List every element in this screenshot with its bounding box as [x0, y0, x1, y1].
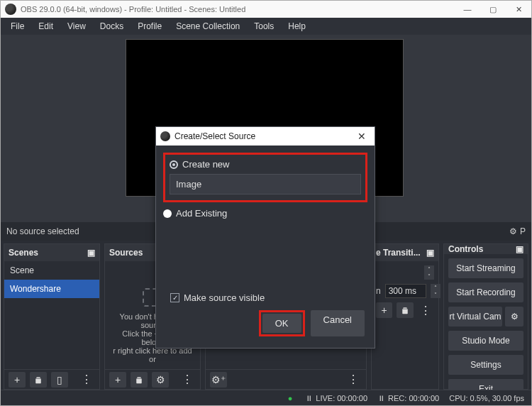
transition-down[interactable]: ˅: [424, 273, 434, 280]
menu-scene-collection[interactable]: Scene Collection: [169, 20, 247, 33]
source-properties-button[interactable]: ⚙: [152, 372, 169, 388]
dialog-titlebar: Create/Select Source ✕: [156, 127, 375, 146]
mixer-menu-button[interactable]: ⋮: [345, 372, 362, 388]
menu-help[interactable]: Help: [281, 20, 313, 33]
remove-source-button[interactable]: [131, 372, 148, 388]
transition-menu-button[interactable]: ⋮: [418, 302, 434, 318]
source-menu-button[interactable]: ⋮: [179, 372, 196, 388]
properties-button[interactable]: P: [520, 226, 526, 236]
add-existing-radio[interactable]: [163, 209, 172, 218]
maximize-button[interactable]: ▢: [480, 1, 506, 18]
duration-up[interactable]: ˄: [431, 284, 440, 291]
mixer-settings-button[interactable]: ⚙⁺: [210, 372, 227, 388]
add-existing-label: Add Existing: [176, 208, 227, 219]
menu-edit[interactable]: Edit: [31, 20, 60, 33]
menubar: File Edit View Docks Profile Scene Colle…: [1, 18, 531, 35]
app-icon: [5, 4, 16, 15]
duration-down[interactable]: ˅: [431, 291, 440, 298]
existing-sources-list[interactable]: [163, 223, 367, 287]
scene-filter-button[interactable]: ▯: [51, 372, 68, 388]
status-bar: LIVE: 00:00:00 REC: 00:00:00 CPU: 0.5%, …: [1, 390, 531, 405]
start-streaming-button[interactable]: Start Streaming: [448, 258, 523, 278]
menu-profile[interactable]: Profile: [131, 20, 169, 33]
dialog-close-button[interactable]: ✕: [353, 131, 370, 142]
rec-status: REC: 00:00:00: [377, 394, 439, 402]
remove-scene-button[interactable]: [30, 372, 47, 388]
menu-file[interactable]: File: [4, 20, 31, 33]
close-button[interactable]: ✕: [506, 1, 531, 18]
settings-button[interactable]: Settings: [448, 355, 523, 375]
create-new-block: Create new: [163, 153, 367, 202]
create-source-dialog: Create/Select Source ✕ Create new Add Ex…: [155, 126, 375, 349]
controls-title: Controls: [448, 244, 483, 254]
menu-tools[interactable]: Tools: [247, 20, 281, 33]
add-scene-button[interactable]: +: [9, 372, 26, 388]
no-source-label: No source selected: [6, 226, 79, 236]
live-status: LIVE: 00:00:00: [305, 394, 367, 402]
remove-transition-button[interactable]: [397, 302, 413, 318]
gear-icon[interactable]: ⚙: [509, 226, 517, 236]
sources-hint-line: r right click here to add or: [111, 346, 194, 363]
make-visible-label: Make source visible: [184, 292, 265, 303]
scene-item[interactable]: Wondershare: [4, 280, 99, 298]
scenes-panel: Scenes ▣ Scene Wondershare + ▯ ⋮: [4, 243, 100, 390]
create-new-label: Create new: [182, 159, 229, 170]
add-transition-button[interactable]: +: [376, 302, 392, 318]
add-source-button[interactable]: +: [109, 372, 126, 388]
popout-icon[interactable]: ▣: [516, 244, 523, 254]
preview-area[interactable]: Create/Select Source ✕ Create new Add Ex…: [1, 35, 531, 222]
transitions-panel: e Transiti... ▣ ˄ ˅ n ˄ ˅: [371, 243, 439, 390]
ok-highlight: OK: [259, 310, 305, 336]
popout-icon[interactable]: ▣: [87, 248, 95, 258]
popout-icon[interactable]: ▣: [426, 248, 434, 258]
make-visible-checkbox[interactable]: ✓: [170, 293, 179, 302]
create-new-radio[interactable]: [170, 160, 178, 169]
scenes-title: Scenes: [9, 248, 38, 258]
cpu-status: CPU: 0.5%, 30.00 fps: [449, 394, 524, 402]
studio-mode-button[interactable]: Studio Mode: [448, 331, 523, 351]
transitions-title: e Transiti...: [376, 248, 421, 258]
virtual-cam-button[interactable]: rt Virtual Cam: [448, 307, 502, 327]
duration-label: n: [376, 286, 381, 296]
dialog-title: Create/Select Source: [174, 131, 255, 141]
start-recording-button[interactable]: Start Recording: [448, 282, 523, 302]
duration-input[interactable]: [385, 284, 426, 298]
scene-menu-button[interactable]: ⋮: [78, 372, 95, 388]
menu-view[interactable]: View: [60, 20, 93, 33]
transition-up[interactable]: ˄: [424, 265, 434, 273]
source-name-input[interactable]: [170, 174, 361, 194]
connection-status-icon: [288, 394, 296, 402]
menu-docks[interactable]: Docks: [93, 20, 131, 33]
scene-item[interactable]: Scene: [4, 261, 99, 280]
minimize-button[interactable]: —: [455, 1, 480, 18]
titlebar: OBS 29.0.0 (64-bit, windows) - Profile: …: [1, 1, 531, 18]
dialog-app-icon: [160, 131, 170, 141]
scenes-list[interactable]: Scene Wondershare: [4, 261, 99, 369]
window-title: OBS 29.0.0 (64-bit, windows) - Profile: …: [21, 5, 455, 13]
ok-button[interactable]: OK: [262, 314, 301, 333]
virtual-cam-settings-button[interactable]: ⚙: [505, 307, 523, 327]
controls-panel: Controls ▣ Start Streaming Start Recordi…: [443, 243, 528, 390]
cancel-button[interactable]: Cancel: [311, 310, 365, 336]
sources-title: Sources: [109, 248, 143, 258]
